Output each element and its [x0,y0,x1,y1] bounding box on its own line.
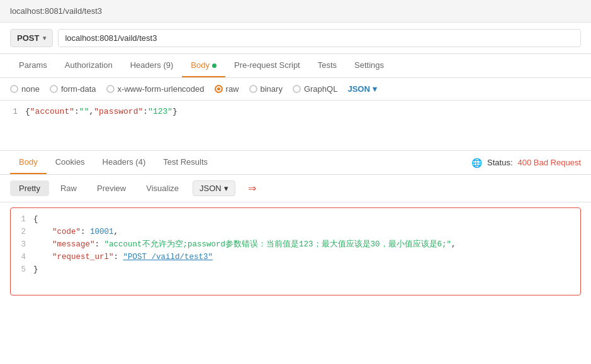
response-line-5: 5 } [11,263,580,276]
request-line-1: 1 {"account":"","password":"123"} [0,107,591,116]
request-line-content-1: {"account":"","password":"123"} [25,107,591,116]
radio-dot-raw [215,85,223,93]
response-tab-headers[interactable]: Headers (4) [94,151,155,174]
response-tabs-bar: Body Cookies Headers (4) Test Results 🌐 … [0,151,591,175]
response-line-3: 3 "message": "account不允许为空;password参数错误：… [11,238,580,251]
request-tabs-bar: Params Authorization Headers (9) Body Pr… [0,54,591,78]
tab-body[interactable]: Body [182,54,225,77]
tab-authorization[interactable]: Authorization [56,54,121,77]
tab-params[interactable]: Params [10,54,56,77]
body-options: none form-data x-www-form-urlencoded raw… [0,78,591,101]
url-input[interactable] [58,29,581,47]
response-format-select[interactable]: JSON ▾ [193,180,235,196]
radio-graphql[interactable]: GraphQL [293,84,337,94]
method-select[interactable]: POST ▾ [10,29,53,47]
format-pretty-btn[interactable]: Pretty [10,180,49,196]
response-tab-cookies[interactable]: Cookies [47,151,94,174]
format-raw-btn[interactable]: Raw [52,180,86,196]
status-code: 400 Bad Request [518,158,581,167]
chevron-down-icon: ▾ [373,84,377,94]
radio-form-data[interactable]: form-data [50,84,96,94]
radio-dot-binary [249,85,257,93]
response-line-4: 4 "request_url": "POST /vaild/test3" [11,251,580,263]
request-bar: POST ▾ [0,23,591,54]
request-code-editor[interactable]: 1 {"account":"","password":"123"} [0,101,591,151]
title-bar: localhost:8081/vaild/test3 [0,0,591,23]
response-format-bar: Pretty Raw Preview Visualize JSON ▾ ⇒ [0,175,591,202]
radio-none[interactable]: none [10,84,40,94]
radio-binary[interactable]: binary [249,84,283,94]
wrap-button[interactable]: ⇒ [243,180,261,197]
response-status-area: 🌐 Status: 400 Bad Request [471,158,581,168]
radio-raw[interactable]: raw [215,84,239,94]
method-label: POST [17,33,39,43]
json-format-select[interactable]: JSON ▾ [347,84,376,94]
response-format-label: JSON [200,184,222,193]
title-url: localhost:8081/vaild/test3 [10,6,102,16]
tab-tests[interactable]: Tests [309,54,346,77]
radio-dot-none [10,85,18,93]
radio-dot-urlencoded [106,85,115,93]
response-line-2: 2 "code": 10001, [11,226,580,238]
response-body: 1 { 2 "code": 10001, 3 "message": "accou… [10,207,581,295]
response-tab-body[interactable]: Body [10,151,47,174]
radio-dot-form-data [50,85,58,93]
response-line-1: 1 { [11,213,580,226]
line-number-1: 1 [0,107,25,116]
body-active-dot [212,63,217,68]
format-preview-btn[interactable]: Preview [88,180,135,196]
status-label: Status: [487,158,512,167]
response-line-num-1: 1 [11,213,33,226]
response-line-num-5: 5 [11,263,33,276]
tab-pre-request-script[interactable]: Pre-request Script [225,54,309,77]
response-line-num-2: 2 [11,226,33,238]
tab-headers[interactable]: Headers (9) [121,54,183,77]
response-line-num-3: 3 [11,238,33,251]
chevron-down-icon: ▾ [43,35,46,41]
radio-dot-graphql [293,85,301,93]
chevron-down-icon: ▾ [224,184,228,193]
radio-urlencoded[interactable]: x-www-form-urlencoded [106,84,205,94]
tab-settings[interactable]: Settings [346,54,393,77]
format-visualize-btn[interactable]: Visualize [137,180,188,196]
globe-icon: 🌐 [471,158,482,168]
response-line-num-4: 4 [11,251,33,263]
response-tab-test-results[interactable]: Test Results [154,151,217,174]
json-format-label: JSON [347,84,369,94]
